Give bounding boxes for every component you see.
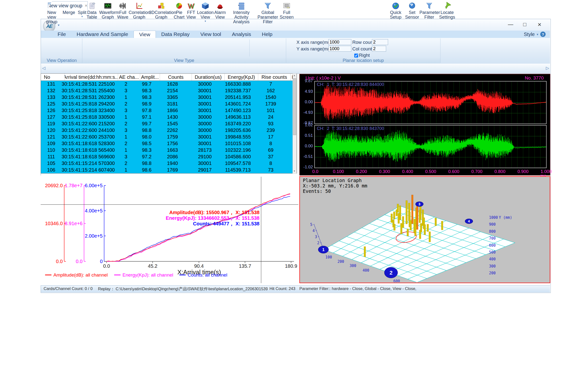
- menu-item-analysis[interactable]: Analysis: [227, 31, 257, 38]
- x-axis-range-input[interactable]: [328, 39, 351, 45]
- table-cell: 98.6: [137, 167, 157, 173]
- cursor-annotation: Counts: 449477， X: 151.538: [193, 221, 259, 226]
- quick-setup-icon: [392, 1, 400, 10]
- ribbon-button-waveform-graph[interactable]: Waveform Graph: [99, 1, 116, 20]
- maximize-button[interactable]: □: [519, 21, 530, 28]
- planar-y-tick: 900: [489, 222, 496, 227]
- table-row[interactable]: 10630:15:41:15:214 607400198.61769290171…: [41, 167, 297, 173]
- column-header[interactable]: AE cha...: [118, 74, 140, 81]
- planar-x-tick: 400: [363, 268, 369, 273]
- column-header[interactable]: Rise counts: [258, 74, 291, 81]
- scroll-up-icon[interactable]: ▲: [293, 74, 296, 77]
- ribbon-button-locate-settings[interactable]: Locate Settings: [439, 1, 455, 20]
- ribbon-button-pie-chart[interactable]: Pie Chart: [173, 1, 185, 20]
- col-count-input[interactable]: [372, 46, 386, 52]
- minimize-button[interactable]: —: [505, 21, 516, 28]
- waveform-ch2-plot[interactable]: CH: 2 T: 30:15:42:28:830 843700: [314, 125, 547, 168]
- menu-item-data-replay[interactable]: Data Replay: [156, 31, 195, 38]
- location-view-icon: [201, 1, 209, 10]
- table-row[interactable]: 12730:15:41:25:818 330500197.11430300001…: [41, 114, 297, 120]
- table-row[interactable]: 11030:15:41:18:618 565400198.31663281731…: [41, 147, 297, 153]
- table-row[interactable]: 11930:15:41:22:600 215200299.71545300001…: [41, 120, 297, 127]
- table-row[interactable]: 13230:15:41:28:531 255400398.32154300011…: [41, 87, 297, 94]
- table-row[interactable]: 12630:15:41:25:818 323400397.81866300011…: [41, 107, 297, 114]
- table-cell: [287, 101, 293, 107]
- table-cell: 1: [115, 114, 137, 120]
- event-bar: [401, 223, 402, 234]
- group-label-view-type: View Type: [82, 58, 286, 63]
- table-cell: 105: [41, 160, 61, 167]
- table-row[interactable]: 10930:15:41:18:618 528300298.51756300011…: [41, 140, 297, 147]
- planar-title: Planar Location Graph: [303, 178, 362, 183]
- help-icon[interactable]: ?: [540, 32, 546, 37]
- table-row[interactable]: 13330:15:41:28:531 262300198.33365300012…: [41, 94, 297, 101]
- table-cell: 30:15:41:28:531 262300: [61, 94, 115, 101]
- col-count-label: Col count: [352, 46, 372, 52]
- style-caret-icon[interactable]: ▾: [537, 33, 538, 36]
- history-x-tick: 180.9: [285, 263, 297, 269]
- event-bar: [406, 200, 407, 224]
- history-chart-panel[interactable]: 20692.010346.00.01.78e+78.91e+60.06.00e+…: [41, 175, 299, 285]
- ribbon-button-alarm-view[interactable]: Alarm View: [214, 1, 226, 20]
- waveform-panel[interactable]: Unit: ( x10e-2 ) V No. 3770 CH: 1 T: 30:…: [299, 74, 550, 175]
- restore-icon: □: [523, 21, 526, 28]
- table-cell: 8: [255, 160, 287, 167]
- ribbon-button-quick-setup[interactable]: Quick Setup: [389, 1, 403, 20]
- column-header[interactable]: Duration(us): [192, 74, 225, 81]
- table-row[interactable]: 11130:15:41:18:618 569600397.22086291001…: [41, 153, 297, 160]
- column-header[interactable]: Arrival time(dd:hh:mm:s...: [65, 74, 118, 81]
- menu-item-hardware-and-sample[interactable]: Hardware And Sample: [71, 31, 134, 38]
- ribbon-button-global-parameter-filter[interactable]: Global Parameter Filter: [257, 1, 279, 24]
- ribbon-button-set-sensor[interactable]: Set Sensor: [405, 1, 419, 20]
- ribbon-button-full-wave[interactable]: Full Wave: [117, 1, 128, 20]
- event-bar: [398, 213, 400, 223]
- tab-scroll-right-icon[interactable]: ▷: [546, 66, 549, 71]
- table-row[interactable]: 12030:15:41:22:600 244100398.82262300001…: [41, 127, 297, 134]
- row-count-input[interactable]: [372, 39, 388, 45]
- legend-label: Counts: all channel: [188, 272, 227, 278]
- table-cell: [287, 120, 293, 127]
- column-header[interactable]: No: [41, 74, 65, 81]
- y-axis-range-input[interactable]: [328, 46, 351, 52]
- ribbon-button-parameter-filter[interactable]: Parameter Filter: [420, 1, 438, 20]
- style-menu[interactable]: Style: [524, 32, 535, 37]
- scroll-down-icon[interactable]: ▼: [293, 170, 296, 172]
- table-cell: 93: [255, 120, 287, 127]
- close-button[interactable]: ×: [534, 21, 545, 28]
- group-label-view-operation: View Operation: [41, 58, 82, 63]
- table-cell: 109547.578: [221, 160, 255, 167]
- waveform-y-tick: -4.93: [300, 110, 313, 115]
- ribbon-button-fft-view[interactable]: FFT View: [186, 1, 196, 20]
- x-axis-range-label: X axis range(mm): [296, 40, 333, 45]
- table-cell: 1: [115, 94, 137, 101]
- ribbon-button-location-view[interactable]: Location View ▾: [197, 1, 213, 23]
- table-row[interactable]: 13130:15:41:28:531 225100299.71628300001…: [41, 81, 297, 87]
- waveform-ch1-plot[interactable]: CH: 1 T: 30:15:42:28:830 844000: [314, 81, 547, 124]
- column-header[interactable]: Energy(KpJ): [225, 74, 258, 81]
- menu-item-help[interactable]: Help: [257, 31, 278, 38]
- data-table-panel[interactable]: NoArrival time(dd:hh:mm:s...AE cha...Amp…: [41, 73, 297, 174]
- planar-location-panel[interactable]: 543211002003004006001000Y (mm)9008007006…: [299, 176, 550, 283]
- table-row[interactable]: 10530:15:41:15:214 570300298.81940300011…: [41, 160, 297, 167]
- ribbon-button-label: Location View: [197, 10, 214, 20]
- ribbon-button-correlation-graph[interactable]: Correlation Graph: [129, 1, 149, 20]
- table-cell: 3181: [157, 101, 188, 107]
- table-cell: 98.3: [137, 147, 157, 153]
- table-row[interactable]: 12530:15:41:25:818 294200298.93181300011…: [41, 101, 297, 107]
- right-checkbox[interactable]: [354, 54, 358, 58]
- table-row[interactable]: 12130:15:41:22:600 253700198.01759300011…: [41, 134, 297, 140]
- ribbon-button-3dcorrelation-graph[interactable]: 3DCorrelation Graph: [150, 1, 172, 20]
- tab-close-icon[interactable]: ×: [85, 3, 87, 8]
- tab-scroll-left-icon[interactable]: ◁: [42, 66, 45, 71]
- menu-item-view[interactable]: View: [134, 31, 156, 38]
- scrollbar-thumb[interactable]: [293, 78, 296, 135]
- history-x-tick: 135.7: [239, 263, 251, 269]
- table-cell: 1628: [157, 81, 188, 87]
- column-header[interactable]: Counts: [160, 74, 192, 81]
- column-header[interactable]: Amplit...: [140, 74, 160, 81]
- tab-new-view-group[interactable]: New view group ×: [47, 1, 88, 10]
- menu-item-file[interactable]: File: [52, 31, 71, 38]
- ribbon-button-intensity-activity-analysis[interactable]: Intensity Activity Analysis: [227, 1, 256, 24]
- ribbon-button-full-screen[interactable]: Full Screen: [280, 1, 294, 20]
- menu-item-view-tool[interactable]: View tool: [195, 31, 227, 38]
